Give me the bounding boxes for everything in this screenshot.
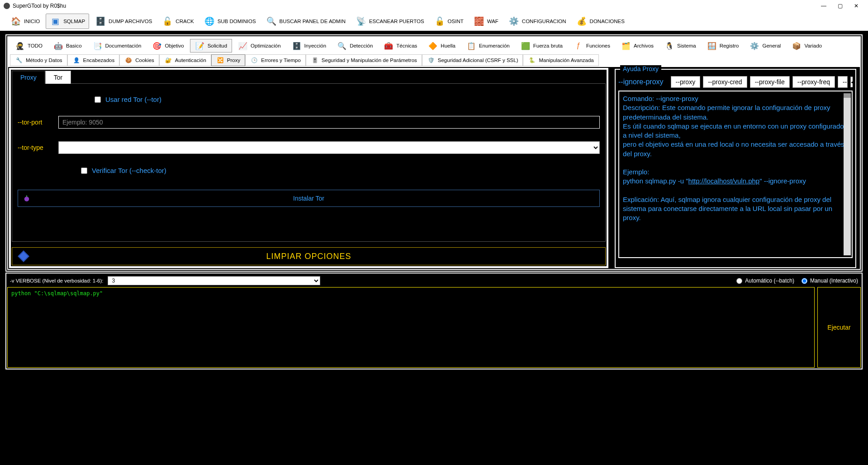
help-tab-proxy[interactable]: --proxy bbox=[671, 76, 701, 88]
main-split: Proxy Tor Usar red Tor (--tor) --tor-por… bbox=[8, 67, 860, 269]
tab-subdominios[interactable]: 🌐SUB DOMINIOS bbox=[200, 14, 260, 29]
help-tab-proxy-freq[interactable]: --proxy-freq bbox=[792, 76, 835, 88]
mode-manual[interactable]: Manual (Interactivo) bbox=[802, 278, 858, 284]
gauge-icon: 📈 bbox=[238, 41, 248, 51]
bottom-area: -v VERBOSE (Nivel de verbosidad: 1-6): 3… bbox=[5, 273, 863, 369]
sec-fuerza-bruta[interactable]: 🟩Fuerza bruta bbox=[516, 39, 568, 53]
sec-enumeracion[interactable]: 📋Enumeración bbox=[461, 39, 515, 53]
windows-icon: 🪟 bbox=[707, 41, 717, 51]
minimize-button[interactable]: ― bbox=[816, 0, 832, 12]
use-tor-checkbox[interactable] bbox=[95, 96, 101, 103]
python-icon: 🐍 bbox=[528, 56, 536, 64]
use-tor-checkbox-row[interactable]: Usar red Tor (--tor) bbox=[95, 96, 161, 103]
sec-documentacion[interactable]: 📑Documentación bbox=[88, 39, 147, 53]
tab-osint[interactable]: 🔓OSINT bbox=[430, 14, 468, 29]
install-tor-label: Instalar Tor bbox=[293, 195, 324, 202]
sec-objetivo[interactable]: 🎯Objetivo bbox=[147, 39, 189, 53]
sec-solicitud[interactable]: 📝Solicitud bbox=[190, 39, 232, 53]
ter-manipulacion-avanzada[interactable]: 🐍Manipulación Avanzada bbox=[523, 54, 598, 66]
help-tabs: --ignore-proxy --proxy --proxy-cred --pr… bbox=[618, 75, 853, 91]
ter-encabezados[interactable]: 👤Encabezados bbox=[67, 54, 120, 66]
tor-type-select[interactable] bbox=[58, 141, 600, 154]
request-icon: 📝 bbox=[195, 41, 205, 51]
left-panel: Proxy Tor Usar red Tor (--tor) --tor-por… bbox=[9, 68, 608, 268]
proxy-icon: 🔀 bbox=[216, 56, 224, 64]
sec-basico[interactable]: 🤖Basico bbox=[48, 39, 87, 53]
sec-optimizacion[interactable]: 📈Optimización bbox=[233, 39, 285, 53]
ter-metodo-datos[interactable]: 🔧Método y Datos bbox=[10, 54, 67, 66]
help-line: pero el objetivo está en una red local o… bbox=[623, 140, 848, 158]
ter-autenticacion[interactable]: 🔐Autenticación bbox=[159, 54, 211, 66]
tab-crack[interactable]: 🔓CRACK bbox=[158, 14, 198, 29]
mode-radio-group: Automático (--batch) Manual (Interactivo… bbox=[736, 278, 858, 284]
sec-archivos[interactable]: 🗂️Archivos bbox=[616, 39, 659, 53]
clear-options-button[interactable]: LIMPIAR OPCIONES bbox=[12, 247, 606, 265]
window-titlebar: SuperGTool by R0$hu ― ▢ ✕ bbox=[0, 0, 868, 12]
ninja-icon: 🥷 bbox=[15, 41, 25, 51]
gear-icon: ⚙️ bbox=[508, 16, 519, 27]
onion-icon bbox=[23, 194, 31, 202]
ter-cookies[interactable]: 🍪Cookies bbox=[119, 54, 159, 66]
sec-deteccion[interactable]: 🔍Detección bbox=[332, 39, 378, 53]
app-icon bbox=[4, 3, 10, 9]
maximize-button[interactable]: ▢ bbox=[832, 0, 848, 12]
tor-port-label: --tor-port bbox=[18, 119, 58, 126]
tab-label: CONFIGURACION bbox=[522, 19, 566, 24]
mode-manual-radio[interactable] bbox=[802, 278, 807, 284]
tab-label: BUSCAR PANEL DE ADMIN bbox=[280, 19, 346, 24]
auth-icon: 🔐 bbox=[164, 56, 172, 64]
tab-proxy[interactable]: Proxy bbox=[12, 71, 45, 84]
close-button[interactable]: ✕ bbox=[848, 0, 864, 12]
tab-config[interactable]: ⚙️CONFIGURACION bbox=[504, 14, 570, 29]
tab-donate[interactable]: 💰DONACIONES bbox=[572, 14, 629, 29]
help-tab-ignore-proxy[interactable]: --ignore-proxy bbox=[618, 76, 668, 88]
sec-sistema[interactable]: 🐧Sistema bbox=[659, 39, 701, 53]
help-example-link[interactable]: http://localhost/vuln.php bbox=[688, 177, 760, 185]
http-icon: 🔧 bbox=[15, 56, 23, 64]
ter-proxy[interactable]: 🔀Proxy bbox=[211, 54, 245, 66]
svg-point-0 bbox=[24, 197, 29, 201]
sec-inyeccion[interactable]: 🗄️Inyección bbox=[287, 39, 332, 53]
sec-general[interactable]: ⚙️General bbox=[745, 39, 786, 53]
mode-auto-radio[interactable] bbox=[736, 278, 742, 284]
mode-auto[interactable]: Automático (--batch) bbox=[736, 278, 794, 284]
tab-port-scan[interactable]: 📡ESCANEAR PUERTOS bbox=[351, 14, 428, 29]
matrix-icon: 🟩 bbox=[521, 41, 531, 51]
terminal-icon: ▣ bbox=[50, 16, 61, 27]
tab-tor[interactable]: Tor bbox=[45, 71, 71, 84]
sec-funciones[interactable]: ƒFunciones bbox=[569, 39, 615, 53]
check-tor-checkbox[interactable] bbox=[81, 168, 87, 174]
check-tor-checkbox-row[interactable]: Verificar Tor (--check-tor) bbox=[81, 167, 166, 174]
sec-tecnicas[interactable]: 🧰Técnicas bbox=[379, 39, 422, 53]
sec-registro[interactable]: 🪟Registro bbox=[702, 39, 744, 53]
sec-huella[interactable]: 🔶Huella bbox=[423, 39, 460, 53]
tor-port-input[interactable] bbox=[58, 116, 600, 129]
verbose-select[interactable]: 3 bbox=[108, 276, 320, 285]
tab-sqlmap[interactable]: ▣SQLMAP bbox=[46, 14, 89, 29]
help-scrollbar[interactable] bbox=[844, 93, 851, 255]
magnifier-icon: 🔍 bbox=[337, 41, 347, 51]
tab-label: WAF bbox=[487, 19, 498, 24]
tab-dump-archivos[interactable]: 🗄️DUMP ARCHIVOS bbox=[91, 14, 156, 29]
help-tab-proxy-file[interactable]: --proxy-file bbox=[750, 76, 790, 88]
eraser-icon bbox=[18, 250, 29, 262]
use-tor-label: Usar red Tor (--tor) bbox=[105, 96, 161, 103]
header-icon: 👤 bbox=[72, 56, 81, 64]
window-title: SuperGTool by R0$hu bbox=[13, 3, 66, 9]
help-tab-proxy-cred[interactable]: --proxy-cred bbox=[703, 76, 747, 88]
tab-admin-panel[interactable]: 🔍BUSCAR PANEL DE ADMIN bbox=[262, 14, 350, 29]
main-toolbar: 🏠INICIO ▣SQLMAP 🗄️DUMP ARCHIVOS 🔓CRACK 🌐… bbox=[0, 12, 868, 33]
tab-waf[interactable]: 🧱WAF bbox=[470, 14, 503, 29]
files-icon: 🗂️ bbox=[621, 41, 631, 51]
help-scroll-left[interactable]: ◂ bbox=[850, 77, 853, 87]
target-icon: 🎯 bbox=[152, 41, 162, 51]
install-tor-button[interactable]: Instalar Tor bbox=[18, 190, 600, 207]
execute-button[interactable]: Ejecutar bbox=[817, 287, 861, 368]
ter-csrf-ssl[interactable]: 🛡️Seguridad Adicional (CSRF y SSL) bbox=[422, 54, 523, 66]
ter-seguridad-params[interactable]: 🎚️Seguridad y Manipulación de Parámetros bbox=[306, 54, 422, 66]
ter-errores-tiempo[interactable]: 🕒Errores y Tiempo bbox=[245, 54, 306, 66]
help-tab-more[interactable]: --tc bbox=[838, 76, 848, 88]
tab-inicio[interactable]: 🏠INICIO bbox=[6, 14, 44, 29]
sec-todo[interactable]: 🥷TODO bbox=[10, 39, 47, 53]
sec-variado[interactable]: 📦Variado bbox=[787, 39, 827, 53]
